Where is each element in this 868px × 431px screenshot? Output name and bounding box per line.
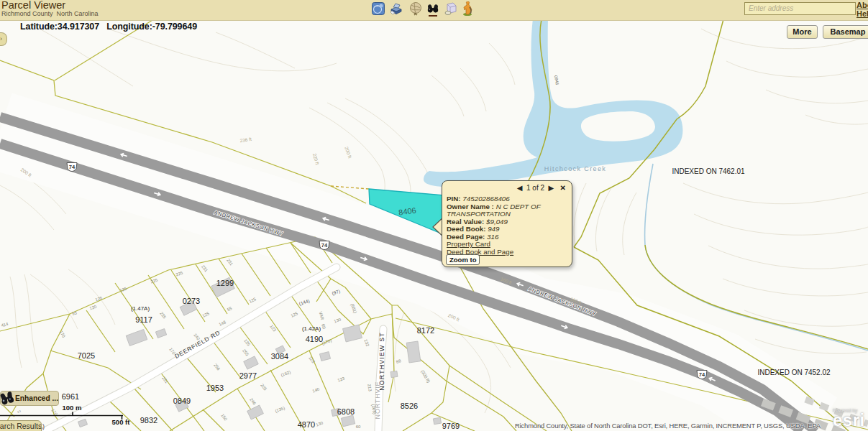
svg-text:9117: 9117 <box>135 315 152 324</box>
svg-text:4870: 4870 <box>298 420 315 429</box>
svg-text:7025: 7025 <box>78 351 95 360</box>
svg-text:6961: 6961 <box>62 392 79 401</box>
svg-text:60: 60 <box>356 425 361 429</box>
svg-text:INDEXED ON 7462.01: INDEXED ON 7462.01 <box>672 167 745 175</box>
svg-text:9769: 9769 <box>442 422 460 430</box>
svg-text:6808: 6808 <box>337 407 355 416</box>
svg-text:(1.47A): (1.47A) <box>131 305 150 312</box>
svg-text:8526: 8526 <box>401 402 418 410</box>
svg-text:500 ft: 500 ft <box>112 418 131 426</box>
svg-text:2977: 2977 <box>239 371 257 380</box>
svg-text:INDEXED ON 7452.02: INDEXED ON 7452.02 <box>757 369 831 376</box>
svg-text:74: 74 <box>321 242 328 249</box>
svg-text:100 m: 100 m <box>63 404 82 412</box>
svg-text:3084: 3084 <box>271 352 288 361</box>
svg-text:4190: 4190 <box>306 335 323 343</box>
svg-text:1953: 1953 <box>206 384 224 392</box>
svg-text:8172: 8172 <box>417 326 434 335</box>
svg-text:(1.42A): (1.42A) <box>302 325 321 332</box>
svg-text:74: 74 <box>699 371 705 378</box>
svg-text:0849: 0849 <box>173 397 191 405</box>
svg-text:0273: 0273 <box>183 297 200 305</box>
svg-text:74: 74 <box>69 164 76 170</box>
svg-text:Hitchcock Creek: Hitchcock Creek <box>544 165 607 172</box>
svg-text:1299: 1299 <box>216 279 234 287</box>
